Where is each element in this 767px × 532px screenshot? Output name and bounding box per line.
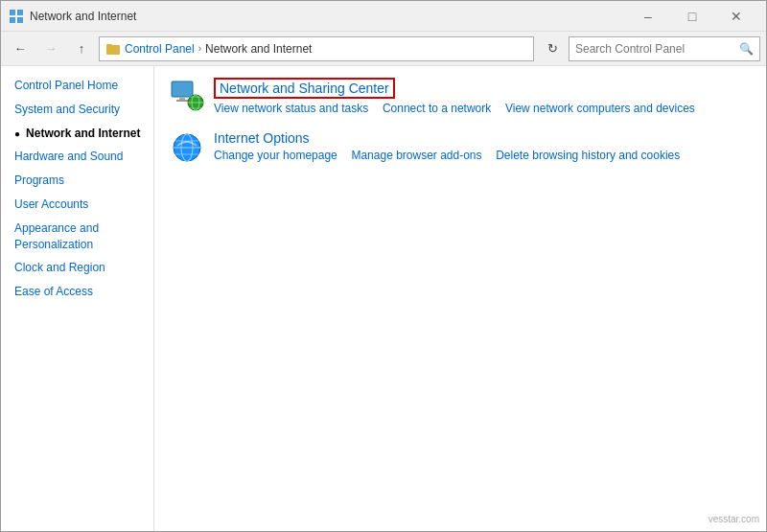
internet-options-details: Internet Options Change your homepage Ma… — [214, 130, 751, 162]
sidebar: Control Panel Home System and Security ●… — [1, 66, 154, 531]
sidebar-item-label: User Accounts — [14, 197, 88, 213]
network-sharing-details: Network and Sharing Center View network … — [214, 78, 751, 115]
active-bullet: ● — [14, 127, 20, 141]
link-sep-4 — [486, 149, 493, 162]
search-box: 🔍 — [569, 36, 760, 61]
link-connect-network[interactable]: Connect to a network — [383, 102, 491, 115]
sidebar-item-label: Hardware and Sound — [14, 149, 123, 165]
back-button[interactable]: ← — [7, 36, 34, 61]
main-content: Control Panel Home System and Security ●… — [1, 66, 766, 531]
path-network-internet: Network and Internet — [205, 42, 312, 56]
minimize-button[interactable]: – — [626, 1, 670, 32]
sidebar-item-network-internet: ● Network and Internet — [1, 122, 153, 146]
network-sharing-links: View network status and tasks Connect to… — [214, 102, 751, 115]
window-icon — [9, 9, 24, 24]
search-icon: 🔍 — [739, 42, 754, 56]
title-bar: Network and Internet – □ ✕ — [1, 1, 766, 32]
refresh-button[interactable]: ↻ — [540, 36, 565, 61]
sidebar-item-appearance[interactable]: Appearance and Personalization — [1, 217, 153, 257]
path-sep-1: › — [198, 43, 201, 54]
svg-rect-1 — [17, 10, 23, 15]
sidebar-item-ease-access[interactable]: Ease of Access — [1, 280, 153, 304]
sidebar-item-programs[interactable]: Programs — [1, 169, 153, 193]
sidebar-item-clock-region[interactable]: Clock and Region — [1, 256, 153, 280]
watermark: vesstar.com — [709, 514, 759, 524]
address-path: Control Panel › Network and Internet — [99, 36, 534, 61]
folder-icon — [105, 41, 121, 57]
up-button[interactable]: ↑ — [68, 36, 95, 61]
sidebar-item-label: Programs — [14, 173, 64, 189]
link-manage-addons[interactable]: Manage browser add-ons — [351, 149, 481, 162]
sidebar-item-label: Ease of Access — [14, 284, 93, 300]
svg-rect-5 — [106, 44, 112, 47]
internet-options-title[interactable]: Internet Options — [214, 130, 310, 146]
sidebar-item-label: Network and Internet — [26, 126, 140, 142]
internet-options-icon — [170, 130, 204, 165]
link-view-network-status[interactable]: View network status and tasks — [214, 102, 368, 115]
sidebar-item-user-accounts[interactable]: User Accounts — [1, 193, 153, 217]
svg-rect-2 — [10, 17, 15, 23]
network-sharing-title[interactable]: Network and Sharing Center — [214, 78, 395, 99]
link-delete-history[interactable]: Delete browsing history and cookies — [496, 149, 680, 162]
link-view-computers[interactable]: View network computers and devices — [505, 102, 695, 115]
address-bar: ← → ↑ Control Panel › Network and Intern… — [1, 32, 766, 66]
forward-button[interactable]: → — [37, 36, 64, 61]
panel-item-internet-options: Internet Options Change your homepage Ma… — [170, 130, 751, 165]
close-button[interactable]: ✕ — [714, 1, 758, 32]
link-sep-3 — [341, 149, 348, 162]
link-sep-1 — [372, 102, 379, 115]
svg-rect-0 — [10, 10, 15, 15]
panel-item-network-sharing: Network and Sharing Center View network … — [170, 78, 751, 115]
sidebar-item-hardware-sound[interactable]: Hardware and Sound — [1, 145, 153, 169]
maximize-button[interactable]: □ — [670, 1, 714, 32]
network-sharing-icon — [170, 78, 204, 112]
svg-rect-8 — [176, 100, 188, 102]
svg-rect-3 — [17, 17, 23, 23]
window-controls: – □ ✕ — [626, 1, 758, 32]
sidebar-item-control-panel-home[interactable]: Control Panel Home — [1, 74, 153, 98]
link-change-homepage[interactable]: Change your homepage — [214, 149, 337, 162]
sidebar-item-system-security[interactable]: System and Security — [1, 98, 153, 122]
sidebar-item-label: Appearance and Personalization — [14, 220, 144, 253]
sidebar-item-label: Control Panel Home — [14, 78, 118, 94]
internet-options-links: Change your homepage Manage browser add-… — [214, 149, 751, 162]
sidebar-item-label: Clock and Region — [14, 260, 105, 276]
link-sep-2 — [495, 102, 501, 115]
window-title: Network and Internet — [30, 10, 136, 23]
title-bar-left: Network and Internet — [9, 9, 136, 24]
search-input[interactable] — [575, 42, 739, 56]
svg-rect-6 — [172, 81, 193, 97]
sidebar-item-label: System and Security — [14, 102, 120, 118]
path-control-panel[interactable]: Control Panel — [125, 42, 195, 56]
right-panel: Network and Sharing Center View network … — [154, 66, 766, 531]
main-window: Network and Internet – □ ✕ ← → ↑ Control… — [0, 0, 767, 532]
